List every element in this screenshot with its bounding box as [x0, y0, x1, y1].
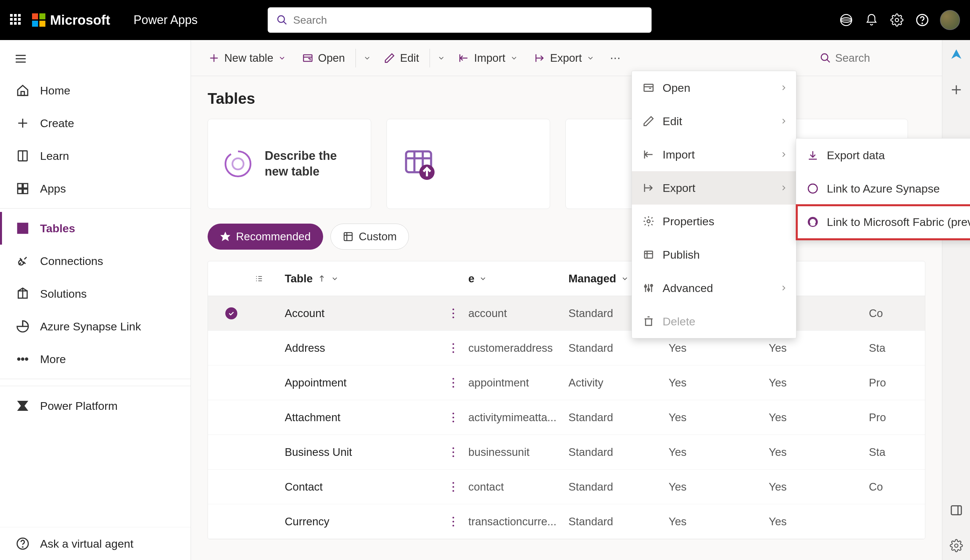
user-avatar[interactable] [940, 10, 960, 30]
svg-point-75 [453, 490, 454, 492]
menu-item-import[interactable]: Import [632, 138, 796, 171]
chevron-down-icon [510, 54, 518, 62]
nav-label: Learn [40, 150, 69, 163]
svg-point-85 [647, 220, 650, 223]
menu-item-export[interactable]: Export [632, 171, 796, 205]
nav-item-connections[interactable]: Connections [0, 245, 191, 277]
menu-item-edit[interactable]: Edit [632, 105, 796, 138]
svg-point-65 [453, 382, 454, 383]
svg-rect-95 [645, 319, 652, 326]
edit-chevron-icon[interactable] [437, 54, 445, 62]
row-table-name: Contact [285, 480, 438, 493]
settings-rail-icon[interactable] [948, 538, 964, 553]
settings-icon[interactable] [889, 12, 905, 28]
nav-item-create[interactable]: Create [0, 107, 191, 140]
add-rail-icon[interactable] [948, 82, 964, 97]
panel-rail-icon[interactable] [948, 503, 964, 518]
pill-custom[interactable]: Custom [330, 223, 409, 250]
table-row[interactable]: AccountaccountStandardYesYesCo [208, 296, 925, 331]
nav-label: Connections [40, 255, 103, 268]
pill-recommended[interactable]: Recommended [208, 223, 323, 250]
col-view-icon[interactable] [255, 274, 285, 283]
menu-label: Link to Azure Synapse [827, 182, 940, 195]
new-table-button[interactable]: New table [201, 45, 293, 71]
chevron-down-icon [587, 54, 595, 62]
row-table-name: Business Unit [285, 446, 438, 458]
nav-item-solutions[interactable]: Solutions [0, 277, 191, 310]
nav-item-more[interactable]: More [0, 343, 191, 375]
menu-item-properties[interactable]: Properties [632, 205, 796, 238]
toolbar-search[interactable] [820, 52, 932, 64]
col-name[interactable]: e [468, 272, 568, 285]
row-customizable: Yes [769, 480, 869, 493]
menu-label: Open [663, 82, 690, 95]
row-tag: Sta [869, 446, 925, 458]
nav-collapse-icon[interactable] [0, 45, 191, 74]
row-sys-name: appointment [468, 377, 568, 389]
global-search-input[interactable] [293, 14, 643, 27]
table-row[interactable]: AddresscustomeraddressStandardYesYesSta [208, 331, 925, 365]
nav-ask-agent[interactable]: Ask a virtual agent [0, 527, 191, 560]
table-row[interactable]: Currencytransactioncurre...StandardYesYe… [208, 504, 925, 539]
export-submenu: Export dataLink to Azure SynapseLink to … [796, 138, 970, 239]
help-icon[interactable] [915, 12, 930, 28]
export-button[interactable]: Export [527, 45, 602, 71]
edit-button[interactable]: Edit [377, 45, 426, 71]
open-button[interactable]: Open [295, 45, 352, 71]
notifications-icon[interactable] [864, 12, 879, 28]
menu-item-link-to-microsoft-fabric-preview-[interactable]: Link to Microsoft Fabric (preview) [796, 205, 970, 238]
table-row[interactable]: Attachmentactivitymimeatta...StandardYes… [208, 400, 925, 435]
row-more-icon[interactable] [438, 446, 468, 458]
svg-line-40 [827, 59, 830, 62]
environment-icon[interactable] [838, 12, 854, 28]
left-nav: HomeCreateLearnAppsTablesConnectionsSolu… [0, 40, 191, 560]
toolbar-search-input[interactable] [835, 52, 922, 64]
svg-point-30 [22, 547, 23, 547]
card-upload[interactable] [387, 119, 550, 209]
table-row[interactable]: ContactcontactStandardYesYesCo [208, 470, 925, 504]
nav-item-azure-synapse-link[interactable]: Azure Synapse Link [0, 310, 191, 343]
svg-point-76 [453, 517, 454, 518]
svg-point-78 [453, 525, 454, 526]
search-icon [820, 52, 831, 64]
card-describe-table[interactable]: Describe the new table [208, 119, 371, 209]
row-more-icon[interactable] [438, 516, 468, 528]
svg-point-41 [232, 158, 243, 169]
row-more-icon[interactable] [438, 307, 468, 319]
row-more-icon[interactable] [438, 481, 468, 493]
svg-point-66 [453, 386, 454, 387]
app-launcher-icon[interactable] [10, 14, 22, 26]
copilot-rail-icon[interactable] [948, 47, 964, 62]
row-sys-name: transactioncurre... [468, 515, 568, 528]
svg-point-61 [453, 343, 454, 345]
col-table[interactable]: Table [285, 272, 438, 285]
menu-item-open[interactable]: Open [632, 71, 796, 105]
menu-item-link-to-azure-synapse[interactable]: Link to Azure Synapse [796, 172, 970, 205]
nav-item-learn[interactable]: Learn [0, 140, 191, 172]
svg-point-67 [453, 412, 454, 414]
row-sys-name: account [468, 307, 568, 320]
table-row[interactable]: AppointmentappointmentActivityYesYesPro [208, 365, 925, 400]
row-more-icon[interactable] [438, 342, 468, 354]
menu-item-advanced[interactable]: Advanced [632, 271, 796, 305]
nav-label: Apps [40, 182, 66, 195]
nav-label: Ask a virtual agent [40, 537, 133, 550]
import-button[interactable]: Import [451, 45, 525, 71]
global-search[interactable] [268, 7, 652, 33]
table-row[interactable]: Business UnitbusinessunitStandardYesYesS… [208, 435, 925, 470]
nav-item-home[interactable]: Home [0, 74, 191, 107]
more-commands-button[interactable]: ··· [603, 51, 627, 65]
nav-power-platform[interactable]: Power Platform [0, 390, 191, 422]
svg-rect-86 [645, 251, 653, 258]
menu-item-publish[interactable]: Publish [632, 238, 796, 271]
row-more-icon[interactable] [438, 377, 468, 389]
row-checkbox[interactable] [225, 307, 237, 319]
nav-item-tables[interactable]: Tables [0, 212, 191, 245]
btn-label: New table [224, 52, 273, 64]
menu-item-export-data[interactable]: Export data [796, 138, 970, 172]
nav-item-apps[interactable]: Apps [0, 172, 191, 205]
svg-point-71 [453, 451, 454, 453]
main-area: New table Open Edit Import [191, 40, 942, 560]
open-chevron-icon[interactable] [363, 54, 371, 62]
row-more-icon[interactable] [438, 412, 468, 423]
